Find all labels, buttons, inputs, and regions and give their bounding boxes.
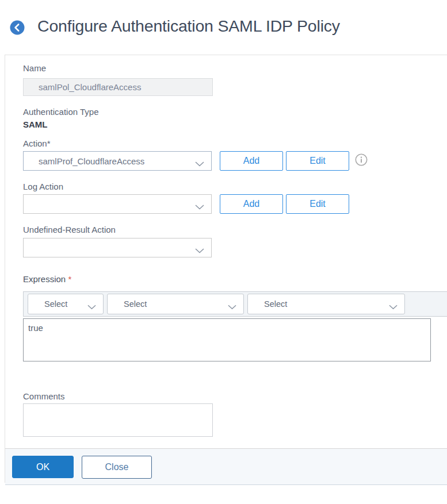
chevron-down-icon — [228, 302, 236, 312]
action-edit-button[interactable]: Edit — [286, 151, 349, 171]
page-header: Configure Authentication SAML IDP Policy — [0, 0, 447, 55]
name-label: Name — [23, 63, 447, 74]
log-action-add-button[interactable]: Add — [220, 194, 283, 214]
required-asterisk: * — [68, 274, 71, 284]
form-footer: OK Close — [5, 448, 447, 485]
expression-toolbar: Select Select Select — [23, 291, 447, 317]
chevron-down-icon — [195, 202, 204, 212]
name-input[interactable] — [23, 78, 213, 96]
expression-select-2[interactable]: Select — [107, 294, 244, 314]
undefined-result-action-label: Undefined-Result Action — [23, 224, 447, 236]
log-action-select[interactable] — [23, 194, 212, 214]
close-button[interactable]: Close — [82, 456, 152, 479]
chevron-down-icon — [195, 159, 204, 169]
log-action-edit-button[interactable]: Edit — [286, 194, 349, 214]
ok-button[interactable]: OK — [12, 456, 74, 478]
log-action-label: Log Action — [23, 181, 447, 193]
action-select-value: samlProf_CloudflareAccess — [24, 156, 144, 166]
action-row: samlProf_CloudflareAccess Add Edit — [23, 151, 447, 171]
expression-textarea[interactable]: true — [23, 318, 431, 361]
comments-textarea[interactable] — [23, 403, 213, 437]
expression-select-1[interactable]: Select — [28, 294, 104, 314]
form-panel: Name Authentication Type SAML Action* sa… — [5, 55, 447, 483]
expression-label: Expression * — [23, 274, 447, 285]
chevron-down-icon — [195, 245, 204, 256]
undefined-result-action-row — [23, 238, 447, 257]
action-add-button[interactable]: Add — [220, 151, 283, 171]
action-label: Action* — [23, 138, 447, 149]
form-content: Name Authentication Type SAML Action* sa… — [5, 63, 447, 437]
page-title: Configure Authentication SAML IDP Policy — [37, 17, 340, 36]
chevron-down-icon — [87, 302, 96, 312]
action-select[interactable]: samlProf_CloudflareAccess — [23, 151, 212, 171]
authentication-type-label: Authentication Type — [23, 106, 447, 118]
undefined-result-action-select[interactable] — [23, 238, 212, 257]
comments-label: Comments — [23, 391, 447, 402]
expression-select-3[interactable]: Select — [247, 294, 405, 314]
back-button[interactable] — [10, 20, 25, 35]
chevron-down-icon — [389, 302, 398, 312]
authentication-type-value: SAML — [23, 119, 447, 130]
arrow-left-icon — [10, 28, 25, 37]
log-action-row: Add Edit — [23, 194, 447, 214]
info-icon[interactable] — [355, 153, 368, 168]
